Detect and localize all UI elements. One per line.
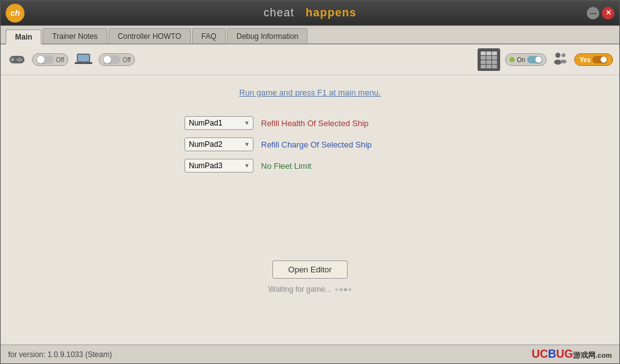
window-controls: — ✕ [587, 7, 614, 19]
laptop-toggle[interactable]: Off [99, 53, 135, 66]
svg-point-12 [554, 60, 562, 65]
toggle-track-laptop[interactable] [103, 55, 120, 64]
title-bold: happens [306, 6, 356, 19]
svg-point-3 [19, 58, 21, 60]
tab-trainer-notes[interactable]: Trainer Notes [43, 28, 107, 43]
cheat-label-1: Refill Health Of Selected Ship [261, 119, 368, 128]
svg-point-14 [560, 60, 567, 63]
on-label: On [516, 56, 525, 63]
key-select-wrapper-2: NumPad1 NumPad2 NumPad3 ▼ [184, 137, 254, 151]
ucbug-logo: UCBUG游戏网.com [532, 348, 612, 361]
spinner [335, 288, 351, 291]
key-select-3[interactable]: NumPad1 NumPad2 NumPad3 [184, 159, 254, 173]
main-window: ch cheat happens — ✕ Main Trainer Notes … [0, 0, 620, 364]
title-normal: cheat [264, 6, 294, 19]
main-panel: Run game and press F1 at main menu. NumP… [1, 75, 619, 345]
svg-point-13 [562, 53, 565, 57]
ucbug-game: 游戏网 [573, 351, 596, 360]
instruction-text: Run game and press F1 at main menu. [239, 88, 380, 97]
cheat-row-3: NumPad1 NumPad2 NumPad3 ▼ No Fleet Limit [184, 159, 436, 173]
svg-point-5 [19, 60, 21, 62]
app-title: cheat happens [264, 6, 356, 19]
close-button[interactable]: ✕ [602, 7, 614, 19]
tab-controller-howto[interactable]: Controller HOWTO [109, 28, 191, 43]
key-select-wrapper-3: NumPad1 NumPad2 NumPad3 ▼ [184, 159, 254, 173]
toggle-off-label2: Off [122, 56, 131, 63]
gamepad-toggle[interactable]: Off [32, 53, 68, 66]
ucbug-uc: UC [532, 348, 548, 360]
toolbar-left: Off Off [7, 52, 135, 67]
minimize-button[interactable]: — [587, 7, 599, 19]
cheat-row-2: NumPad1 NumPad2 NumPad3 ▼ Refill Charge … [184, 137, 436, 151]
on-dot [510, 57, 515, 62]
toggle-yes-track[interactable] [592, 56, 607, 63]
cheat-label-2: Refill Charge Of Selected Ship [261, 140, 371, 149]
gamepad-icon [7, 52, 27, 67]
yes-badge[interactable]: Yes [574, 53, 613, 66]
status-bar: for version: 1.0.9.1033 (Steam) UCBUG游戏网… [1, 345, 619, 363]
ucbug-b: B [548, 348, 556, 360]
calculator-icon [478, 48, 500, 71]
key-select-wrapper-1: NumPad1 NumPad2 NumPad3 ▼ [184, 116, 254, 130]
ucbug-ug: UG [556, 348, 573, 360]
tab-faq[interactable]: FAQ [192, 28, 226, 43]
key-select-1[interactable]: NumPad1 NumPad2 NumPad3 [184, 116, 254, 130]
toggle-on-track[interactable] [527, 56, 542, 63]
svg-point-6 [17, 59, 19, 61]
content-area: Off Off [1, 45, 619, 363]
svg-rect-8 [78, 55, 89, 62]
tab-main[interactable]: Main [6, 29, 41, 45]
svg-point-11 [555, 53, 560, 58]
key-select-2[interactable]: NumPad1 NumPad2 NumPad3 [184, 137, 254, 151]
app-logo: ch [6, 4, 24, 23]
toolbar: Off Off [1, 45, 619, 75]
svg-point-4 [21, 59, 23, 61]
toggle-off-label: Off [56, 56, 64, 63]
svg-rect-10 [81, 62, 86, 63]
titlebar: ch cheat happens — ✕ [1, 1, 619, 26]
bottom-section: Open Editor Waiting for game... [269, 260, 351, 300]
people-icon [552, 51, 569, 68]
on-badge[interactable]: On [505, 53, 546, 66]
cheat-row-1: NumPad1 NumPad2 NumPad3 ▼ Refill Health … [184, 116, 436, 130]
yes-label: Yes [580, 56, 591, 63]
toolbar-right: On Yes [478, 48, 613, 71]
waiting-label: Waiting for game... [269, 285, 331, 294]
toggle-track-gamepad[interactable] [36, 55, 54, 64]
open-editor-button[interactable]: Open Editor [272, 260, 347, 279]
svg-rect-2 [11, 59, 14, 60]
tab-debug[interactable]: Debug Information [227, 28, 308, 43]
cheats-table: NumPad1 NumPad2 NumPad3 ▼ Refill Health … [184, 116, 436, 173]
laptop-icon [73, 52, 94, 67]
tabs-bar: Main Trainer Notes Controller HOWTO FAQ … [1, 26, 619, 45]
waiting-status: Waiting for game... [269, 285, 351, 294]
ucbug-com: .com [596, 351, 612, 359]
version-text: for version: 1.0.9.1033 (Steam) [8, 350, 112, 359]
cheat-label-3: No Fleet Limit [261, 161, 311, 171]
